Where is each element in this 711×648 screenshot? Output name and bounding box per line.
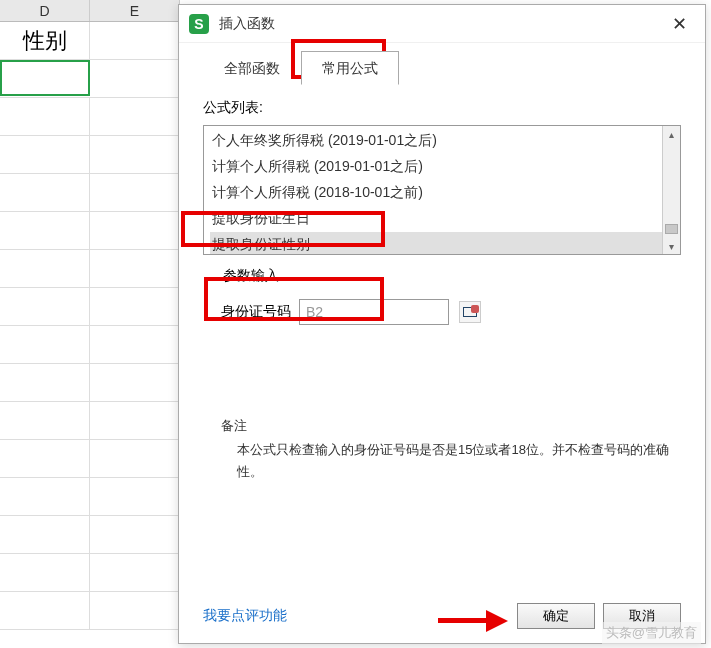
list-item[interactable]: 计算个人所得税 (2019-01-01之后) [210, 154, 674, 180]
cell-D2-active[interactable] [0, 60, 90, 96]
cell-E1[interactable] [90, 22, 180, 59]
watermark: 头条@雪儿教育 [602, 622, 701, 644]
cell[interactable] [0, 592, 90, 629]
formula-listbox[interactable]: 个人年终奖所得税 (2019-01-01之后) 计算个人所得税 (2019-01… [203, 125, 681, 255]
insert-function-dialog: S 插入函数 ✕ 全部函数 常用公式 公式列表: 个人年终奖所得税 (2019-… [178, 4, 706, 644]
app-icon: S [189, 14, 209, 34]
cell[interactable] [90, 288, 180, 325]
cell[interactable] [0, 250, 90, 287]
cell[interactable] [90, 212, 180, 249]
list-item[interactable]: 个人年终奖所得税 (2019-01-01之后) [210, 128, 674, 154]
scroll-up-icon[interactable]: ▴ [663, 126, 680, 142]
scroll-down-icon[interactable]: ▾ [663, 238, 680, 254]
ok-button[interactable]: 确定 [517, 603, 595, 629]
scroll-thumb[interactable] [665, 224, 678, 234]
cell[interactable] [90, 326, 180, 363]
col-header-D[interactable]: D [0, 0, 90, 21]
tab-bar: 全部函数 常用公式 [179, 43, 705, 85]
note-block: 备注 本公式只检查输入的身份证号码是否是15位或者18位。并不检查号码的准确性。 [221, 415, 675, 483]
cell[interactable] [0, 440, 90, 477]
cell[interactable] [0, 136, 90, 173]
cell-E2[interactable] [90, 60, 180, 97]
cell[interactable] [0, 478, 90, 515]
list-item[interactable]: 提取身份证生日 [210, 206, 674, 232]
cell[interactable] [90, 554, 180, 591]
cell[interactable] [90, 98, 180, 135]
params-group: 参数输入 身份证号码 [203, 277, 681, 365]
cell[interactable] [0, 364, 90, 401]
cell[interactable] [90, 250, 180, 287]
cell[interactable] [90, 364, 180, 401]
cell[interactable] [90, 402, 180, 439]
list-item-selected[interactable]: 提取身份证性别 [210, 232, 674, 255]
dialog-title: 插入函数 [219, 15, 275, 33]
cell[interactable] [0, 174, 90, 211]
params-legend: 参数输入 [217, 267, 285, 285]
formula-list-label: 公式列表: [179, 85, 705, 121]
dialog-titlebar: S 插入函数 ✕ [179, 5, 705, 43]
id-number-input[interactable] [299, 299, 449, 325]
list-item[interactable]: 计算个人所得税 (2018-10-01之前) [210, 180, 674, 206]
cell[interactable] [0, 402, 90, 439]
cell[interactable] [0, 288, 90, 325]
cell[interactable] [90, 516, 180, 553]
tab-all-functions[interactable]: 全部函数 [203, 51, 301, 85]
close-button[interactable]: ✕ [664, 9, 695, 39]
col-header-E[interactable]: E [90, 0, 180, 21]
note-title: 备注 [221, 415, 675, 437]
cell-D1[interactable]: 性别 [0, 22, 90, 59]
param-label-id: 身份证号码 [221, 303, 291, 321]
param-row-id: 身份证号码 [221, 299, 663, 325]
cell[interactable] [0, 212, 90, 249]
cell[interactable] [0, 98, 90, 135]
cell[interactable] [90, 478, 180, 515]
cell[interactable] [0, 516, 90, 553]
cell[interactable] [90, 440, 180, 477]
spreadsheet: D E 性别 [0, 0, 180, 648]
tab-common-formulas[interactable]: 常用公式 [301, 51, 399, 85]
range-picker-button[interactable] [459, 301, 481, 323]
feedback-link[interactable]: 我要点评功能 [203, 607, 287, 625]
col-header-row: D E [0, 0, 180, 22]
cell[interactable] [90, 592, 180, 629]
note-body: 本公式只检查输入的身份证号码是否是15位或者18位。并不检查号码的准确性。 [221, 439, 675, 483]
cell[interactable] [0, 326, 90, 363]
cell[interactable] [0, 554, 90, 591]
cell[interactable] [90, 136, 180, 173]
range-picker-icon [463, 307, 477, 317]
cell[interactable] [90, 174, 180, 211]
scrollbar[interactable]: ▴ ▾ [662, 126, 680, 254]
